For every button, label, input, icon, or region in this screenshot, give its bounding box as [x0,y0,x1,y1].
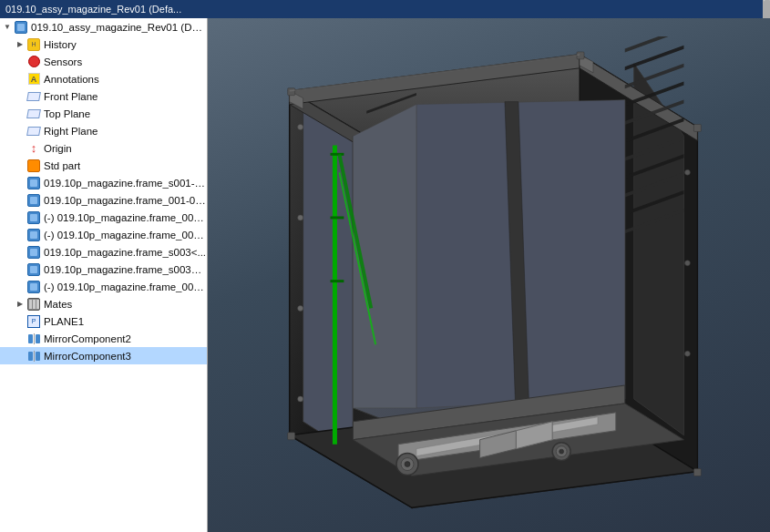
item-label-root: 019.10_assy_magazine_Rev01 (Defa... [31,22,207,33]
item-label-mirror2: MirrorComponent2 [44,333,131,344]
item-icon-comp7 [26,281,42,293]
title-bar: 019.10_assy_magazine_Rev01 (Defa... [0,0,770,18]
svg-rect-56 [577,52,584,59]
item-icon-comp5 [26,246,42,259]
svg-point-72 [560,449,564,454]
expand-icon-history[interactable]: ▶ [15,40,26,48]
item-label-comp6: 019.10p_magazine.frame_s003<2... [44,264,207,275]
item-icon-front-plane [26,92,42,101]
item-label-top-plane: Top Plane [44,108,90,119]
title-text: 019.10_assy_magazine_Rev01 (Defa... [5,4,181,15]
item-label-annotations: Annotations [44,74,99,85]
svg-marker-41 [353,105,416,408]
svg-rect-14 [625,46,684,71]
svg-rect-58 [288,433,295,440]
tree-item-sensors[interactable]: Sensors [0,53,207,70]
item-icon-comp3 [26,211,42,224]
item-icon-comp6 [26,263,42,276]
svg-marker-4 [303,109,354,454]
tree-item-comp5[interactable]: 019.10p_magazine.frame_s003<... [0,243,207,261]
tree-item-front-plane[interactable]: Front Plane [0,87,207,105]
svg-point-61 [298,215,303,220]
item-label-comp2: 019.10p_magazine.frame_001-01... [44,195,207,206]
item-icon-mirror2 [26,332,42,345]
item-icon-mates [26,298,42,311]
item-icon-annotations: A [26,73,42,85]
item-label-sensors: Sensors [44,56,82,67]
tree-item-right-plane[interactable]: Right Plane [0,122,207,139]
item-icon-comp4 [26,229,42,241]
item-label-comp1: 019.10p_magazine.frame_s001-0... [44,178,207,189]
item-label-origin: Origin [44,143,72,154]
item-label-std-part: Std part [44,160,80,171]
item-label-comp7: (-) 019.10p_magazine.frame_003... [44,281,207,292]
tree-item-annotations[interactable]: A Annotations [0,70,207,87]
item-icon-mirror3 [26,350,42,363]
svg-point-65 [684,261,690,266]
item-icon-root [13,21,29,34]
tree-item-comp7[interactable]: (-) 019.10p_magazine.frame_003... [0,278,207,295]
3d-viewport[interactable] [208,18,770,532]
tree-item-comp3[interactable]: (-) 019.10p_magazine.frame_002... [0,209,207,226]
tree-item-mirror3[interactable]: MirrorComponent3 [0,347,207,364]
item-icon-comp1 [26,177,42,189]
tree-item-comp2[interactable]: 019.10p_magazine.frame_001-01... [0,191,207,209]
item-icon-history: H [26,38,42,51]
svg-point-60 [298,124,303,129]
tree-item-mates[interactable]: ▶ Mates [0,295,207,312]
item-label-mirror3: MirrorComponent3 [44,351,131,362]
item-label-front-plane: Front Plane [44,91,98,102]
item-icon-sensors [26,56,42,67]
item-icon-origin: ↕ [26,142,42,154]
feature-tree-panel[interactable]: ▼ 019.10_assy_magazine_Rev01 (Defa... ▶ … [0,18,208,532]
svg-rect-57 [693,124,701,131]
svg-rect-59 [693,469,701,476]
tree-item-origin[interactable]: ↕ Origin [0,139,207,157]
svg-point-64 [684,169,690,175]
tree-item-root[interactable]: ▼ 019.10_assy_magazine_Rev01 (Defa... [0,18,207,36]
item-icon-top-plane [26,109,42,118]
item-label-plane1: PLANE1 [44,316,84,327]
tree-item-comp6[interactable]: 019.10p_magazine.frame_s003<2... [0,261,207,278]
main-content: ▼ 019.10_assy_magazine_Rev01 (Defa... ▶ … [0,18,770,532]
tree-item-mirror2[interactable]: MirrorComponent2 [0,330,207,347]
tree-item-comp1[interactable]: 019.10p_magazine.frame_s001-0... [0,174,207,191]
item-label-history: History [44,39,77,50]
svg-point-66 [684,351,690,356]
item-icon-right-plane [26,127,42,136]
item-label-right-plane: Right Plane [44,126,98,137]
item-label-comp4: (-) 019.10p_magazine.frame_001... [44,230,207,240]
tree-item-history[interactable]: ▶ H History [0,36,207,53]
svg-point-69 [405,462,410,467]
item-icon-plane1: P [26,315,42,328]
svg-point-62 [298,305,303,311]
expand-icon-mates[interactable]: ▶ [15,300,26,308]
item-label-comp5: 019.10p_magazine.frame_s003<... [44,247,206,258]
svg-point-63 [298,396,303,402]
item-icon-comp2 [26,194,42,207]
tree-item-std-part[interactable]: Std part [0,157,207,174]
tree-item-top-plane[interactable]: Top Plane [0,105,207,122]
item-label-comp3: (-) 019.10p_magazine.frame_002... [44,212,207,223]
item-icon-std-part [26,159,42,172]
tree-item-comp4[interactable]: (-) 019.10p_magazine.frame_001... [0,226,207,243]
item-label-mates: Mates [44,299,72,310]
svg-rect-55 [288,88,295,96]
expand-icon-root[interactable]: ▼ [2,23,13,31]
tree-item-plane1[interactable]: P PLANE1 [0,312,207,330]
